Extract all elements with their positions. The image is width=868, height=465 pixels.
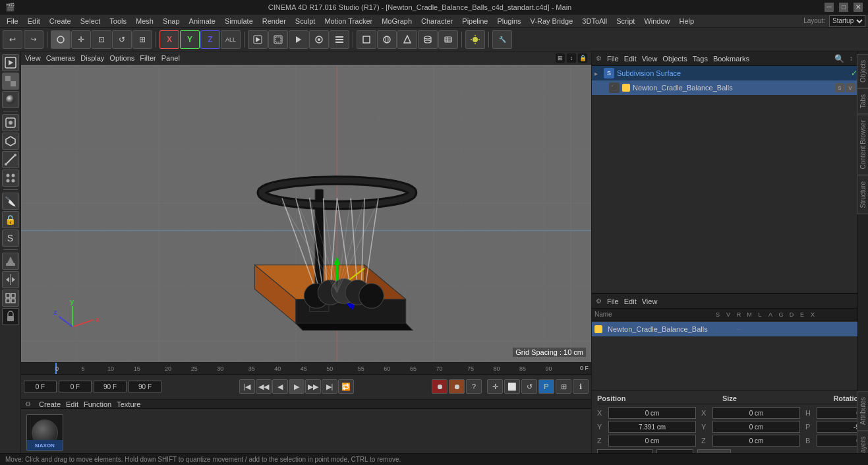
menu-plugins[interactable]: Plugins	[493, 16, 525, 26]
attr-row-newton[interactable]: Newton_Cradle_Balance_Balls ···	[592, 322, 868, 336]
all-axis-button[interactable]: ALL	[221, 30, 241, 49]
subdivision-surface-row[interactable]: ▸ S Subdivision Surface ✓ ✓	[592, 66, 868, 80]
move-button[interactable]: ✛	[71, 30, 91, 49]
current-frame-input[interactable]	[24, 381, 57, 392]
pivot-button[interactable]: P	[538, 379, 554, 394]
vp-menu-panel[interactable]: Panel	[161, 54, 180, 62]
menu-edit[interactable]: Edit	[24, 16, 44, 26]
menu-window[interactable]: Window	[640, 16, 674, 26]
cylinder-display-button[interactable]	[418, 30, 438, 49]
menu-sculpt[interactable]: Sculpt	[291, 16, 320, 26]
obj-menu-tags[interactable]: Tags	[693, 55, 708, 63]
x-pos-input[interactable]	[608, 407, 696, 419]
loop-button[interactable]: 🔁	[338, 379, 354, 394]
attr-menu-file[interactable]: File	[607, 297, 619, 305]
next-keyframe-button[interactable]: ▶▶	[305, 379, 321, 394]
obj-menu-edit[interactable]: Edit	[624, 55, 637, 63]
x-axis-button[interactable]: X	[159, 30, 179, 49]
menu-create[interactable]: Create	[45, 16, 75, 26]
obj-icon-v[interactable]: V	[846, 83, 855, 92]
menu-vray[interactable]: V-Ray Bridge	[527, 16, 577, 26]
record-help-button[interactable]: ?	[466, 379, 482, 394]
tab-structure[interactable]: Structure	[857, 175, 868, 214]
menu-snap[interactable]: Snap	[159, 16, 184, 26]
object-row-newton[interactable]: ⬛ Newton_Cradle_Balance_Balls S V ···	[592, 80, 868, 95]
scale-button[interactable]: ⊡	[92, 30, 111, 49]
obj-menu-bookmarks[interactable]: Bookmarks	[713, 55, 749, 63]
mat-menu-function[interactable]: Function	[84, 400, 111, 408]
tab-objects[interactable]: Objects	[857, 54, 868, 88]
record-all-button[interactable]: ⏺	[449, 379, 465, 394]
mat-menu-create[interactable]: Create	[39, 400, 61, 408]
grid-snap-button[interactable]	[2, 290, 19, 307]
maximize-button[interactable]: □	[839, 3, 848, 12]
goto-end-button[interactable]: ▶|	[322, 379, 337, 394]
subdiv-expand-icon[interactable]: ▸	[594, 70, 604, 77]
menu-select[interactable]: Select	[76, 16, 105, 26]
vp-menu-options[interactable]: Options	[109, 54, 134, 62]
goto-start-button[interactable]: |◀	[239, 379, 255, 394]
attr-menu-view[interactable]: View	[642, 297, 658, 305]
menu-3dtoall[interactable]: 3DToAll	[578, 16, 611, 26]
obj-menu-file[interactable]: File	[607, 55, 619, 63]
snapping-button[interactable]: 🔧	[492, 30, 512, 49]
play-button[interactable]: ▶	[289, 379, 304, 394]
redo-button[interactable]: ↪	[24, 30, 43, 49]
move-tool-button[interactable]: ✛	[487, 379, 503, 394]
mirror-button[interactable]	[2, 271, 19, 288]
menu-render[interactable]: Render	[258, 16, 290, 26]
menu-mesh[interactable]: Mesh	[132, 16, 158, 26]
model-mode-button[interactable]	[51, 30, 71, 49]
render-viewport-button[interactable]	[2, 54, 19, 71]
z-axis-button[interactable]: Z	[200, 30, 220, 49]
viewport[interactable]: Perspective	[21, 65, 591, 362]
obj-menu-view[interactable]: View	[642, 55, 658, 63]
menu-pipeline[interactable]: Pipeline	[458, 16, 492, 26]
menu-animate[interactable]: Animate	[185, 16, 219, 26]
menu-help[interactable]: Help	[676, 16, 699, 26]
menu-character[interactable]: Character	[417, 16, 457, 26]
vp-menu-display[interactable]: Display	[80, 54, 104, 62]
smooth-button[interactable]: S	[2, 230, 19, 247]
object-list-button[interactable]	[438, 30, 458, 49]
menu-simulate[interactable]: Simulate	[221, 16, 257, 26]
select-button[interactable]: ⬜	[504, 379, 520, 394]
render-preview-button[interactable]	[248, 30, 268, 49]
sphere-display-button[interactable]	[377, 30, 397, 49]
cone-display-button[interactable]	[397, 30, 417, 49]
y-axis-button[interactable]: Y	[180, 30, 200, 49]
edge-mode-button[interactable]	[2, 151, 19, 168]
info-button[interactable]: ℹ	[573, 379, 589, 394]
transform-button[interactable]: ⊞	[132, 30, 152, 49]
menu-tools[interactable]: Tools	[105, 16, 130, 26]
close-button[interactable]: ✕	[854, 3, 863, 12]
render-region-button[interactable]	[268, 30, 288, 49]
search-button[interactable]: 🔍	[834, 54, 844, 63]
x-size-input[interactable]	[712, 407, 800, 419]
light-mode-button[interactable]	[465, 30, 485, 49]
object-mode-button[interactable]	[2, 114, 19, 131]
prev-keyframe-button[interactable]: ◀◀	[256, 379, 272, 394]
z-size-input[interactable]	[712, 435, 800, 447]
grid-button[interactable]: ⊞	[556, 379, 571, 394]
play-reverse-button[interactable]: ◀	[272, 379, 288, 394]
vp-menu-filter[interactable]: Filter	[140, 54, 156, 62]
record-button[interactable]: ⏺	[432, 379, 448, 394]
texture-mode-button[interactable]	[2, 73, 19, 90]
magnet-button[interactable]: 🔒	[2, 211, 19, 228]
preview-end-input[interactable]	[129, 381, 161, 392]
menu-motion-tracker[interactable]: Motion Tracker	[320, 16, 376, 26]
rotate-tool-button[interactable]: ↺	[521, 379, 537, 394]
start-frame-input[interactable]	[59, 381, 92, 392]
end-frame-input[interactable]	[94, 381, 127, 392]
mat-menu-edit[interactable]: Edit	[66, 400, 78, 408]
polygon-mode-button[interactable]	[2, 133, 19, 150]
menu-mograph[interactable]: MoGraph	[378, 16, 416, 26]
mat-menu-texture[interactable]: Texture	[117, 400, 140, 408]
obj-icon-s[interactable]: S	[835, 83, 844, 92]
render-settings-button[interactable]	[309, 30, 329, 49]
menu-script[interactable]: Script	[612, 16, 639, 26]
tab-content-browser[interactable]: Content Browser	[857, 114, 868, 175]
vp-menu-cameras[interactable]: Cameras	[46, 54, 76, 62]
menu-file[interactable]: File	[3, 16, 22, 26]
